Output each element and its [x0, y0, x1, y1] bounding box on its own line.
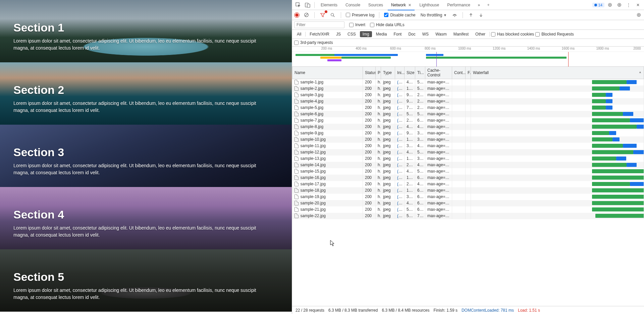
table-row[interactable]: sample-11.jpg200h.jpeg(i...35...43...max… [292, 143, 644, 149]
col-content[interactable]: Cont... [452, 67, 466, 79]
type-img[interactable]: Img [360, 31, 372, 37]
blocked-requests-checkbox[interactable]: Blocked Requests [535, 32, 574, 37]
third-party-checkbox[interactable]: 3rd-party requests [294, 40, 333, 45]
table-row[interactable]: sample-14.jpg200h.jpeg(i...25...44...max… [292, 162, 644, 168]
table-row[interactable]: sample-20.jpg200h.jpeg(i...45...69...max… [292, 200, 644, 206]
cell-name[interactable]: sample-13.jpg [292, 155, 363, 162]
col-type[interactable]: Type [381, 67, 395, 79]
add-tab-icon[interactable]: ＋ [484, 1, 492, 9]
type-media[interactable]: Media [373, 31, 390, 37]
table-row[interactable]: sample-13.jpg200h.jpeg(i...12...35...max… [292, 155, 644, 162]
cell-name[interactable]: sample-2.jpg [292, 85, 363, 92]
type-ws[interactable]: WS [420, 31, 431, 37]
throttling-select[interactable]: No throttling ▾ [419, 12, 448, 18]
table-header-row[interactable]: Name Status P Type Ini... Size Ti... Cac… [292, 67, 644, 79]
cell-initiator[interactable]: (i... [395, 162, 405, 168]
cell-name[interactable]: sample-17.jpg [292, 181, 363, 187]
cell-name[interactable]: sample-16.jpg [292, 175, 363, 181]
table-row[interactable]: sample-1.jpg200h.jpeg(i...40...54...max-… [292, 79, 644, 85]
filter-icon[interactable] [319, 12, 326, 18]
table-row[interactable]: sample-2.jpg200h.jpeg(i...18...54...max-… [292, 85, 644, 92]
cell-name[interactable]: sample-9.jpg [292, 130, 363, 136]
cell-name[interactable]: sample-10.jpg [292, 136, 363, 143]
col-size[interactable]: Size [405, 67, 415, 79]
cell-name[interactable]: sample-8.jpg [292, 124, 363, 130]
tab-sources[interactable]: Sources [365, 0, 386, 10]
cell-initiator[interactable]: (i... [395, 136, 405, 143]
table-row[interactable]: sample-21.jpg200h.jpeg(i...51...67...max… [292, 206, 644, 213]
table-row[interactable]: sample-10.jpg200h.jpeg(i...14...35...max… [292, 136, 644, 143]
upload-har-icon[interactable] [468, 12, 474, 18]
cell-initiator[interactable]: (i... [395, 168, 405, 175]
col-f[interactable]: F. [466, 67, 471, 79]
record-icon[interactable] [294, 12, 300, 18]
col-priority[interactable]: P [376, 67, 381, 79]
cell-initiator[interactable]: (i... [395, 200, 405, 206]
customize-gear-icon[interactable] [615, 1, 623, 9]
cell-name[interactable]: sample-12.jpg [292, 149, 363, 155]
cell-initiator[interactable]: (i... [395, 149, 405, 155]
table-row[interactable]: sample-22.jpg200h.jpeg(i...58...73...max… [292, 213, 644, 219]
table-row[interactable]: sample-19.jpg200h.jpeg(i...38...67...max… [292, 194, 644, 200]
cell-initiator[interactable]: (i... [395, 213, 405, 219]
table-row[interactable]: sample-12.jpg200h.jpeg(i...47...54...max… [292, 149, 644, 155]
issues-button[interactable]: 14 [592, 3, 604, 7]
cell-initiator[interactable]: (i... [395, 85, 405, 92]
table-row[interactable]: sample-17.jpg200h.jpeg(i...26...45...max… [292, 181, 644, 187]
type-other[interactable]: Other [473, 31, 488, 37]
network-settings-icon[interactable] [635, 12, 642, 18]
network-request-table[interactable]: Name Status P Type Ini... Size Ti... Cac… [292, 67, 644, 306]
col-status[interactable]: Status [363, 67, 376, 79]
cell-initiator[interactable]: (i... [395, 175, 405, 181]
col-time[interactable]: Ti... [415, 67, 425, 79]
network-conditions-icon[interactable] [451, 12, 458, 18]
cell-name[interactable]: sample-15.jpg [292, 168, 363, 175]
table-row[interactable]: sample-3.jpg200h.jpeg(i...90...26...max-… [292, 92, 644, 98]
settings-gear-icon[interactable] [606, 1, 614, 9]
table-row[interactable]: sample-6.jpg200h.jpeg(i...59...56...max-… [292, 111, 644, 117]
tab-lighthouse[interactable]: Lighthouse [416, 0, 442, 10]
cell-name[interactable]: sample-5.jpg [292, 105, 363, 111]
col-waterfall[interactable]: Waterfall▲ [471, 67, 644, 79]
table-row[interactable]: sample-16.jpg200h.jpeg(i...13...61...max… [292, 175, 644, 181]
cell-initiator[interactable]: (i... [395, 187, 405, 194]
cell-initiator[interactable]: (i... [395, 143, 405, 149]
type-manifest[interactable]: Manifest [451, 31, 471, 37]
clear-icon[interactable] [303, 12, 310, 18]
search-icon[interactable] [329, 12, 336, 18]
cell-name[interactable]: sample-19.jpg [292, 194, 363, 200]
table-row[interactable]: sample-9.jpg200h.jpeg(i...92...30...max-… [292, 130, 644, 136]
cell-name[interactable]: sample-4.jpg [292, 98, 363, 105]
blocked-cookies-checkbox[interactable]: Has blocked cookies [491, 32, 534, 37]
col-initiator[interactable]: Ini... [395, 67, 405, 79]
download-har-icon[interactable] [478, 12, 484, 18]
type-all[interactable]: All [294, 31, 304, 37]
tab-elements[interactable]: Elements [317, 0, 341, 10]
table-row[interactable]: sample-7.jpg200h.jpeg(i...20...62...max-… [292, 117, 644, 124]
table-row[interactable]: sample-15.jpg200h.jpeg(i...47...58...max… [292, 168, 644, 175]
cell-name[interactable]: sample-14.jpg [292, 162, 363, 168]
type-js[interactable]: JS [333, 31, 343, 37]
preserve-log-checkbox[interactable]: Preserve log [346, 13, 374, 17]
tab-network[interactable]: Network ✕ [388, 0, 415, 10]
hide-data-urls-checkbox[interactable]: Hide data URLs [370, 22, 405, 27]
cell-name[interactable]: sample-20.jpg [292, 200, 363, 206]
cell-initiator[interactable]: (i... [395, 111, 405, 117]
cell-initiator[interactable]: (i... [395, 181, 405, 187]
type-css[interactable]: CSS [345, 31, 359, 37]
type-wasm[interactable]: Wasm [433, 31, 449, 37]
inspect-element-icon[interactable] [294, 1, 302, 9]
cell-initiator[interactable]: (i... [395, 124, 405, 130]
table-row[interactable]: sample-8.jpg200h.jpeg(i...41...44...max-… [292, 124, 644, 130]
cell-name[interactable]: sample-1.jpg [292, 79, 363, 85]
cell-name[interactable]: sample-11.jpg [292, 143, 363, 149]
cell-name[interactable]: sample-22.jpg [292, 213, 363, 219]
col-cache[interactable]: Cache-Control [425, 67, 452, 79]
more-tabs-icon[interactable]: » [475, 1, 483, 9]
type-doc[interactable]: Doc [406, 31, 418, 37]
col-name[interactable]: Name [292, 67, 363, 79]
table-row[interactable]: sample-4.jpg200h.jpeg(i...97...25...max-… [292, 98, 644, 105]
close-icon[interactable]: ✕ [408, 3, 411, 7]
tab-performance[interactable]: Performance [444, 0, 474, 10]
cell-name[interactable]: sample-6.jpg [292, 111, 363, 117]
